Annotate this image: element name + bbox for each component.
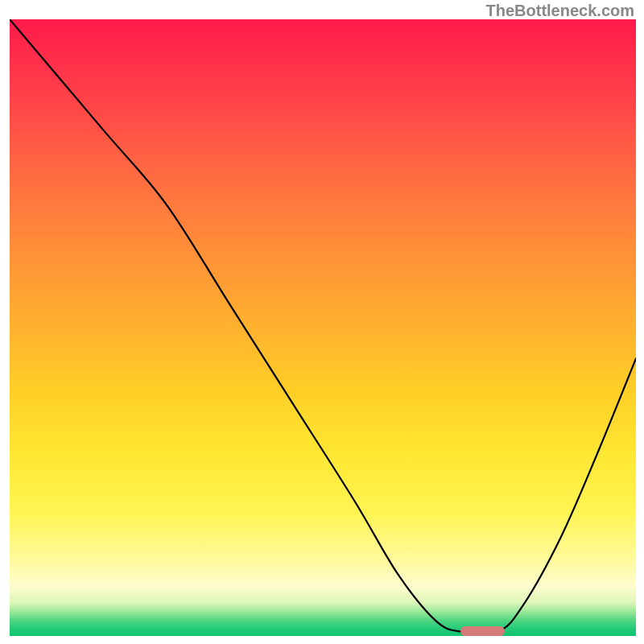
bottleneck-curve (10, 19, 636, 634)
watermark-text: TheBottleneck.com (486, 2, 634, 20)
curve-layer (10, 19, 636, 636)
optimal-marker (460, 626, 504, 636)
plot-area (10, 19, 636, 636)
